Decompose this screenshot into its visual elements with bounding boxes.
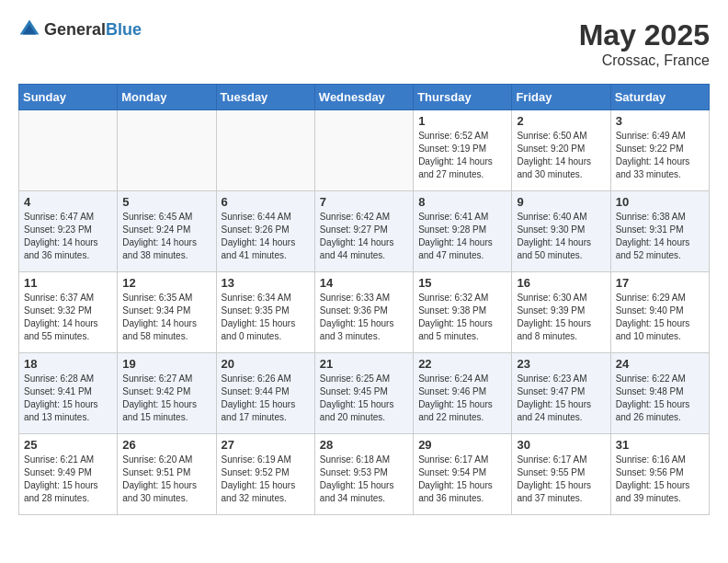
day-info: Sunrise: 6:21 AM Sunset: 9:49 PM Dayligh… <box>24 454 112 505</box>
day-info: Sunrise: 6:22 AM Sunset: 9:48 PM Dayligh… <box>616 373 704 424</box>
calendar-cell: 17Sunrise: 6:29 AM Sunset: 9:40 PM Dayli… <box>610 272 709 353</box>
calendar-cell: 25Sunrise: 6:21 AM Sunset: 9:49 PM Dayli… <box>19 434 118 515</box>
calendar-cell: 28Sunrise: 6:18 AM Sunset: 9:53 PM Dayli… <box>314 434 413 515</box>
calendar-cell: 22Sunrise: 6:24 AM Sunset: 9:46 PM Dayli… <box>414 353 512 434</box>
calendar-cell <box>314 110 413 191</box>
calendar-cell <box>216 110 314 191</box>
logo-text-blue: Blue <box>106 20 142 39</box>
calendar-cell <box>19 110 118 191</box>
week-row-4: 18Sunrise: 6:28 AM Sunset: 9:41 PM Dayli… <box>19 353 710 434</box>
calendar-cell: 1Sunrise: 6:52 AM Sunset: 9:19 PM Daylig… <box>414 110 512 191</box>
day-number: 1 <box>418 114 506 128</box>
title-block: May 2025 Crossac, France <box>579 18 710 69</box>
day-number: 23 <box>517 357 605 371</box>
day-info: Sunrise: 6:23 AM Sunset: 9:47 PM Dayligh… <box>517 373 605 424</box>
calendar-cell: 10Sunrise: 6:38 AM Sunset: 9:31 PM Dayli… <box>610 191 709 272</box>
day-header-row: SundayMondayTuesdayWednesdayThursdayFrid… <box>19 85 710 110</box>
logo: GeneralBlue <box>18 18 142 40</box>
day-number: 27 <box>222 438 310 452</box>
day-number: 9 <box>517 195 605 209</box>
day-header-thursday: Thursday <box>414 85 512 110</box>
calendar-cell: 23Sunrise: 6:23 AM Sunset: 9:47 PM Dayli… <box>512 353 610 434</box>
day-info: Sunrise: 6:29 AM Sunset: 9:40 PM Dayligh… <box>616 292 704 343</box>
week-row-5: 25Sunrise: 6:21 AM Sunset: 9:49 PM Dayli… <box>19 434 710 515</box>
day-header-monday: Monday <box>118 85 216 110</box>
day-info: Sunrise: 6:32 AM Sunset: 9:38 PM Dayligh… <box>418 292 506 343</box>
day-number: 15 <box>418 276 506 290</box>
day-number: 26 <box>122 438 210 452</box>
day-number: 22 <box>418 357 506 371</box>
calendar-cell: 30Sunrise: 6:17 AM Sunset: 9:55 PM Dayli… <box>512 434 610 515</box>
day-info: Sunrise: 6:33 AM Sunset: 9:36 PM Dayligh… <box>320 292 408 343</box>
day-number: 7 <box>320 195 408 209</box>
calendar-cell: 12Sunrise: 6:35 AM Sunset: 9:34 PM Dayli… <box>118 272 216 353</box>
day-number: 10 <box>616 195 704 209</box>
week-row-2: 4Sunrise: 6:47 AM Sunset: 9:23 PM Daylig… <box>19 191 710 272</box>
day-info: Sunrise: 6:41 AM Sunset: 9:28 PM Dayligh… <box>418 211 506 262</box>
calendar-cell <box>118 110 216 191</box>
day-info: Sunrise: 6:38 AM Sunset: 9:31 PM Dayligh… <box>616 211 704 262</box>
day-info: Sunrise: 6:49 AM Sunset: 9:22 PM Dayligh… <box>616 130 704 181</box>
day-info: Sunrise: 6:34 AM Sunset: 9:35 PM Dayligh… <box>222 292 310 343</box>
day-number: 4 <box>24 195 112 209</box>
day-number: 11 <box>24 276 112 290</box>
calendar-cell: 11Sunrise: 6:37 AM Sunset: 9:32 PM Dayli… <box>19 272 118 353</box>
calendar-cell: 29Sunrise: 6:17 AM Sunset: 9:54 PM Dayli… <box>414 434 512 515</box>
day-header-wednesday: Wednesday <box>314 85 413 110</box>
calendar-cell: 2Sunrise: 6:50 AM Sunset: 9:20 PM Daylig… <box>512 110 610 191</box>
calendar-cell: 3Sunrise: 6:49 AM Sunset: 9:22 PM Daylig… <box>610 110 709 191</box>
calendar-cell: 24Sunrise: 6:22 AM Sunset: 9:48 PM Dayli… <box>610 353 709 434</box>
day-number: 25 <box>24 438 112 452</box>
day-info: Sunrise: 6:52 AM Sunset: 9:19 PM Dayligh… <box>418 130 506 181</box>
day-number: 12 <box>122 276 210 290</box>
calendar-cell: 7Sunrise: 6:42 AM Sunset: 9:27 PM Daylig… <box>314 191 413 272</box>
day-info: Sunrise: 6:50 AM Sunset: 9:20 PM Dayligh… <box>517 130 605 181</box>
day-info: Sunrise: 6:18 AM Sunset: 9:53 PM Dayligh… <box>320 454 408 505</box>
calendar-cell: 5Sunrise: 6:45 AM Sunset: 9:24 PM Daylig… <box>118 191 216 272</box>
day-info: Sunrise: 6:30 AM Sunset: 9:39 PM Dayligh… <box>517 292 605 343</box>
calendar-cell: 13Sunrise: 6:34 AM Sunset: 9:35 PM Dayli… <box>216 272 314 353</box>
day-info: Sunrise: 6:44 AM Sunset: 9:26 PM Dayligh… <box>222 211 310 262</box>
calendar-cell: 8Sunrise: 6:41 AM Sunset: 9:28 PM Daylig… <box>414 191 512 272</box>
day-info: Sunrise: 6:27 AM Sunset: 9:42 PM Dayligh… <box>122 373 210 424</box>
calendar-cell: 20Sunrise: 6:26 AM Sunset: 9:44 PM Dayli… <box>216 353 314 434</box>
calendar-cell: 9Sunrise: 6:40 AM Sunset: 9:30 PM Daylig… <box>512 191 610 272</box>
day-header-friday: Friday <box>512 85 610 110</box>
day-info: Sunrise: 6:19 AM Sunset: 9:52 PM Dayligh… <box>222 454 310 505</box>
day-number: 16 <box>517 276 605 290</box>
day-number: 17 <box>616 276 704 290</box>
day-info: Sunrise: 6:35 AM Sunset: 9:34 PM Dayligh… <box>122 292 210 343</box>
month-year: May 2025 <box>579 18 710 52</box>
page-header: GeneralBlue May 2025 Crossac, France <box>18 18 710 69</box>
calendar-cell: 15Sunrise: 6:32 AM Sunset: 9:38 PM Dayli… <box>414 272 512 353</box>
calendar-cell: 16Sunrise: 6:30 AM Sunset: 9:39 PM Dayli… <box>512 272 610 353</box>
day-header-sunday: Sunday <box>19 85 118 110</box>
day-info: Sunrise: 6:45 AM Sunset: 9:24 PM Dayligh… <box>122 211 210 262</box>
day-number: 6 <box>222 195 310 209</box>
day-number: 24 <box>616 357 704 371</box>
location: Crossac, France <box>579 52 710 69</box>
day-number: 3 <box>616 114 704 128</box>
day-info: Sunrise: 6:17 AM Sunset: 9:55 PM Dayligh… <box>517 454 605 505</box>
day-number: 20 <box>222 357 310 371</box>
day-number: 13 <box>222 276 310 290</box>
day-number: 2 <box>517 114 605 128</box>
logo-text-general: General <box>44 20 106 39</box>
day-info: Sunrise: 6:25 AM Sunset: 9:45 PM Dayligh… <box>320 373 408 424</box>
week-row-3: 11Sunrise: 6:37 AM Sunset: 9:32 PM Dayli… <box>19 272 710 353</box>
day-number: 30 <box>517 438 605 452</box>
day-number: 21 <box>320 357 408 371</box>
day-number: 29 <box>418 438 506 452</box>
day-info: Sunrise: 6:42 AM Sunset: 9:27 PM Dayligh… <box>320 211 408 262</box>
day-info: Sunrise: 6:24 AM Sunset: 9:46 PM Dayligh… <box>418 373 506 424</box>
calendar-table: SundayMondayTuesdayWednesdayThursdayFrid… <box>18 84 710 515</box>
day-info: Sunrise: 6:26 AM Sunset: 9:44 PM Dayligh… <box>222 373 310 424</box>
day-info: Sunrise: 6:40 AM Sunset: 9:30 PM Dayligh… <box>517 211 605 262</box>
calendar-cell: 6Sunrise: 6:44 AM Sunset: 9:26 PM Daylig… <box>216 191 314 272</box>
day-info: Sunrise: 6:17 AM Sunset: 9:54 PM Dayligh… <box>418 454 506 505</box>
day-number: 8 <box>418 195 506 209</box>
day-number: 18 <box>24 357 112 371</box>
calendar-cell: 18Sunrise: 6:28 AM Sunset: 9:41 PM Dayli… <box>19 353 118 434</box>
day-number: 31 <box>616 438 704 452</box>
day-info: Sunrise: 6:47 AM Sunset: 9:23 PM Dayligh… <box>24 211 112 262</box>
